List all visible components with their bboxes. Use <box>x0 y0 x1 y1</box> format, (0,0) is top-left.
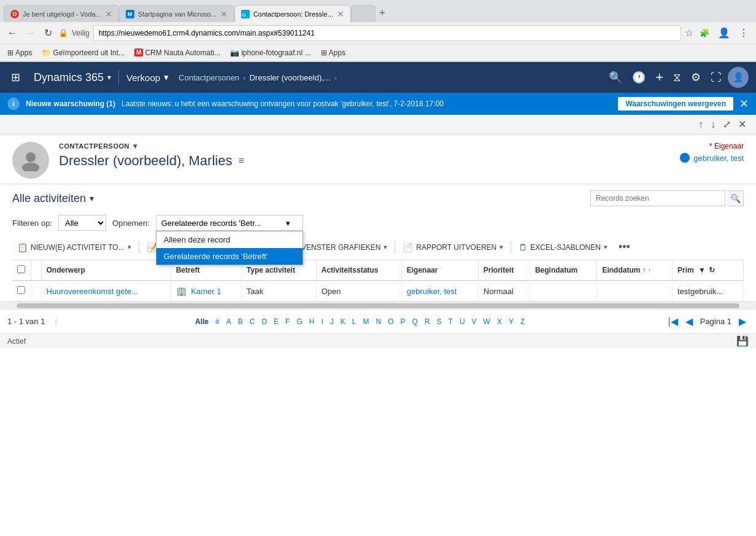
alpha-link-s[interactable]: S <box>434 316 445 327</box>
opnemen-option-related[interactable]: Gerelateerde records 'Betreft' <box>156 248 303 265</box>
app-name[interactable]: Dynamics 365 ▾ <box>29 71 116 84</box>
browser-tab-2[interactable]: M Startpagina van Microso... ✕ <box>119 5 234 22</box>
alpha-link-#[interactable]: # <box>212 316 223 327</box>
warning-close-button[interactable]: ✕ <box>739 97 749 111</box>
row-betreft-link[interactable]: Kamer 1 <box>191 287 221 296</box>
alpha-link-z[interactable]: Z <box>517 316 528 327</box>
search-records-input[interactable] <box>590 190 725 206</box>
back-button[interactable]: ← <box>5 26 20 40</box>
sub-nav-expand-button[interactable]: ⤢ <box>720 116 733 133</box>
bookmark-apps-1[interactable]: ⊞ Apps <box>5 47 34 58</box>
browser-tab-4[interactable] <box>351 5 376 22</box>
sub-nav-down-button[interactable]: ↓ <box>708 117 718 133</box>
extensions-button[interactable]: 🧩 <box>697 27 712 39</box>
alpha-link-u[interactable]: U <box>457 316 468 327</box>
forward-button[interactable]: → <box>23 26 38 40</box>
browser-tab-1[interactable]: O Je bent uitgelogd - Voda... ✕ <box>4 5 119 22</box>
page-first-button[interactable]: |◀ <box>666 314 681 328</box>
alpha-link-y[interactable]: Y <box>506 316 517 327</box>
report-button[interactable]: 📄 RAPPORT UITVOEREN ▾ <box>398 239 508 256</box>
alpha-link-k[interactable]: K <box>338 316 349 327</box>
tab-close-1[interactable]: ✕ <box>105 9 112 19</box>
alpha-link-l[interactable]: L <box>349 316 360 327</box>
alpha-link-q[interactable]: Q <box>409 316 421 327</box>
breadcrumb-contactpersonen[interactable]: Contactpersonen <box>179 73 239 82</box>
alpha-link-e[interactable]: E <box>271 316 282 327</box>
profile-button[interactable]: 👤 <box>716 26 733 40</box>
alpha-link-m[interactable]: M <box>360 316 372 327</box>
record-type-dropdown[interactable]: ▾ <box>133 142 137 150</box>
browser-tab-3[interactable]: D Contactpersoon: Dressle... ✕ <box>234 5 351 22</box>
page-next-button[interactable]: ▶ <box>736 314 749 328</box>
bookmark-button[interactable]: ☆ <box>685 27 693 39</box>
alpha-link-v[interactable]: V <box>469 316 480 327</box>
waffle-menu-button[interactable]: ⊞ <box>7 67 24 88</box>
owner-value[interactable]: 👤 gebruiker, test <box>680 153 744 163</box>
alpha-link-h[interactable]: H <box>306 316 318 327</box>
more-options-button[interactable]: ••• <box>614 238 635 256</box>
tab-close-3[interactable]: ✕ <box>337 9 344 19</box>
alpha-link-x[interactable]: X <box>494 316 505 327</box>
alpha-link-n[interactable]: N <box>373 316 385 327</box>
new-tab-button[interactable]: + <box>376 7 390 20</box>
row-eigenaar-link[interactable]: gebruiker, test <box>407 287 457 296</box>
col-begindatum[interactable]: Begindatum <box>530 260 596 281</box>
address-input[interactable] <box>93 25 681 41</box>
h-scrollbar-thumb[interactable] <box>17 303 740 308</box>
tab-close-2[interactable]: ✕ <box>220 9 228 19</box>
excel-button[interactable]: 🗒 EXCEL-SJABLONEN ▾ <box>514 239 612 256</box>
col-prim[interactable]: Prim ▼ ↻ <box>673 260 744 281</box>
fullscreen-button[interactable]: ⛶ <box>707 68 725 88</box>
module-name[interactable]: Verkoop ▾ <box>122 72 174 83</box>
opnemen-dropdown-button[interactable]: Gerelateerde records 'Betr... ▾ <box>156 215 303 231</box>
bookmark-4[interactable]: 📷 iphone-fotograaf.nl ... <box>228 47 313 58</box>
status-save-icon[interactable]: 💾 <box>736 335 749 347</box>
search-nav-button[interactable]: 🔍 <box>605 67 626 88</box>
bookmark-3[interactable]: M CRM Nauta Automati... <box>132 47 223 58</box>
alpha-link-a[interactable]: A <box>223 316 234 327</box>
col-prioriteit[interactable]: Prioriteit <box>478 260 530 281</box>
alpha-link-t[interactable]: T <box>446 316 456 327</box>
col-eigenaar[interactable]: Eigenaar <box>401 260 478 281</box>
sub-nav-close-button[interactable]: ✕ <box>736 116 749 133</box>
refresh-button[interactable]: ↻ <box>42 26 55 40</box>
alpha-link-alle[interactable]: Alle <box>192 316 212 327</box>
row-onderwerp-link[interactable]: Huurovereenkomst gete... <box>47 287 139 296</box>
history-button[interactable]: 🕐 <box>628 67 649 88</box>
bookmark-2[interactable]: 📁 Geïmporteerd uit Int... <box>39 47 127 58</box>
alpha-link-c[interactable]: C <box>247 316 258 327</box>
new-activity-button[interactable]: 📋 NIEUW(E) ACTIVITEIT TO... ▾ <box>12 239 136 256</box>
col-onderwerp[interactable]: Onderwerp <box>41 260 171 281</box>
opnemen-option-only-this[interactable]: Alleen deze record <box>156 231 303 248</box>
settings-button[interactable]: ⚙ <box>687 67 704 88</box>
alpha-link-g[interactable]: G <box>293 316 305 327</box>
col-status[interactable]: Activiteitsstatus <box>316 260 401 281</box>
alpha-link-w[interactable]: W <box>480 316 493 327</box>
activities-title[interactable]: Alle activiteiten ▾ <box>12 192 94 205</box>
add-button[interactable]: + <box>652 66 667 89</box>
alpha-link-o[interactable]: O <box>385 316 396 327</box>
search-records-button[interactable]: 🔍 <box>728 190 744 206</box>
alpha-link-r[interactable]: R <box>422 316 433 327</box>
refresh-icon[interactable]: ↻ <box>709 266 715 274</box>
warning-action-button[interactable]: Waarschuwingen weergeven <box>618 97 733 111</box>
alpha-link-d[interactable]: D <box>258 316 270 327</box>
user-avatar[interactable]: 👤 <box>728 67 749 88</box>
alpha-link-p[interactable]: P <box>398 316 409 327</box>
filter-select[interactable]: Alle Taken E-mails <box>58 215 106 231</box>
col-einddatum[interactable]: Einddatum ↑ ↑ <box>597 260 673 281</box>
page-prev-button[interactable]: ◀ <box>683 314 695 328</box>
sub-nav-up-button[interactable]: ↑ <box>696 117 706 133</box>
row-checkbox[interactable] <box>17 286 25 294</box>
filter-button[interactable]: ⧖ <box>669 68 685 88</box>
h-scrollbar[interactable] <box>0 301 756 309</box>
filter-icon[interactable]: ▼ <box>698 266 706 274</box>
alpha-link-b[interactable]: B <box>235 316 246 327</box>
alpha-link-j[interactable]: J <box>327 316 337 327</box>
menu-button[interactable]: ⋮ <box>736 26 751 40</box>
breadcrumb-dressler[interactable]: Dressler (voorbeeld),... <box>249 73 330 82</box>
record-menu-icon[interactable]: ≡ <box>238 155 244 166</box>
select-all-checkbox[interactable] <box>17 265 25 273</box>
alpha-link-i[interactable]: I <box>318 316 326 327</box>
alpha-link-f[interactable]: F <box>282 316 293 327</box>
